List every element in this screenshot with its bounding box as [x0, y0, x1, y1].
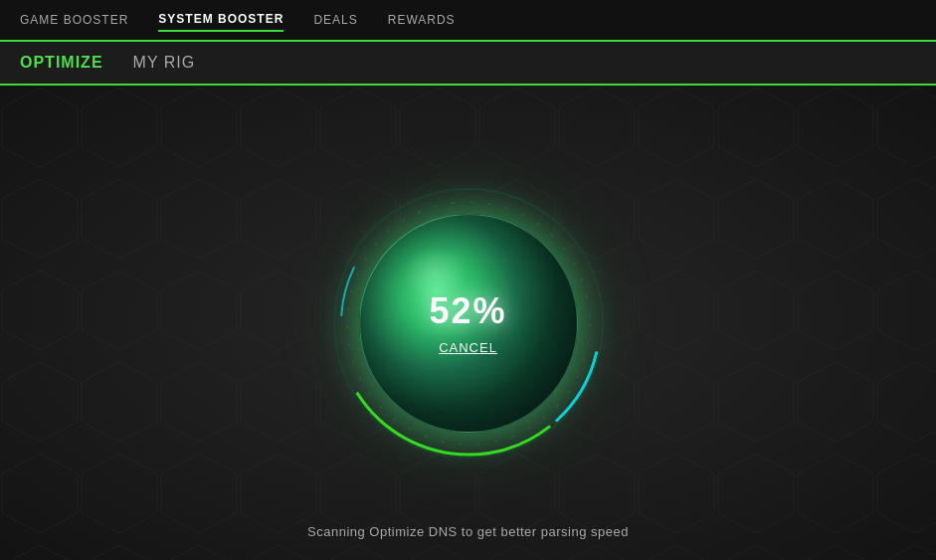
status-bar: Scanning Optimize DNS to get better pars…: [0, 522, 936, 540]
progress-ball: 52% CANCEL: [359, 214, 578, 433]
nav-deals[interactable]: DEALS: [313, 9, 357, 31]
cancel-button[interactable]: CANCEL: [439, 340, 497, 355]
top-navigation: GAME BOOSTER SYSTEM BOOSTER DEALS REWARD…: [0, 0, 936, 42]
nav-game-booster[interactable]: GAME BOOSTER: [20, 9, 128, 31]
subnav-optimize[interactable]: OPTIMIZE: [20, 54, 103, 72]
subnav-my-rig[interactable]: MY RIG: [133, 54, 196, 72]
nav-system-booster[interactable]: SYSTEM BOOSTER: [158, 8, 283, 32]
nav-rewards[interactable]: REWARDS: [388, 9, 456, 31]
percentage-display: 52%: [429, 290, 506, 332]
main-content: 52% CANCEL Scanning Optimize DNS to get …: [0, 86, 936, 560]
status-message: Scanning Optimize DNS to get better pars…: [307, 524, 629, 539]
sub-navigation: OPTIMIZE MY RIG: [0, 42, 936, 86]
progress-circle-container: 52% CANCEL: [329, 184, 608, 463]
